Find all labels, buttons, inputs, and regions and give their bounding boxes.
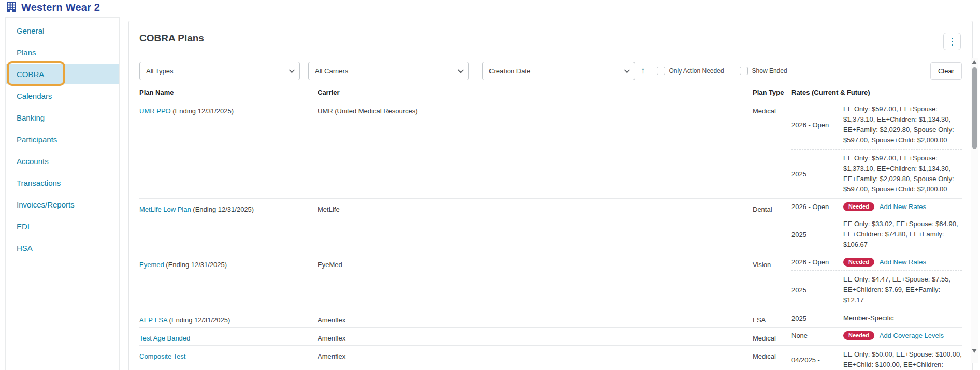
checkbox-icon [657, 67, 665, 75]
sidebar-item-calendars[interactable]: Calendars [6, 85, 119, 107]
plan-ending-note: (Ending 12/31/2025) [167, 316, 230, 324]
carrier-filter-select[interactable]: All Carriers [308, 62, 469, 80]
rate-period: 2025 [791, 231, 843, 239]
rate-action-link[interactable]: Add Coverage Levels [880, 332, 944, 339]
sidebar-item-label: Participants [17, 135, 57, 144]
sort-select-value: Creation Date [489, 67, 530, 75]
plan-name-link[interactable]: MetLife Low Plan [139, 205, 191, 213]
carrier-cell: Ameriflex [318, 328, 753, 345]
table-header-row: Plan Name Carrier Plan Type Rates (Curre… [139, 88, 962, 100]
needed-badge: Needed [843, 202, 874, 211]
checkbox-icon [740, 67, 748, 75]
scrollbar-thumb[interactable] [972, 67, 977, 149]
only-action-needed-label: Only Action Needed [669, 67, 724, 75]
rate-text: EE Only: $597.00, EE+Spouse: $1,373.10, … [843, 104, 962, 145]
sidebar-item-label: COBRA [17, 70, 44, 79]
plan-name-link[interactable]: Test Age Banded [139, 334, 190, 342]
rate-period-row: 04/2025 -EE Only: $50.00, EE+Spouse: $10… [791, 346, 962, 370]
rate-action-link[interactable]: Add New Rates [880, 258, 926, 266]
app-title: Western Wear 2 [21, 2, 100, 13]
col-header-rates: Rates (Current & Future) [791, 88, 962, 96]
only-action-needed-checkbox[interactable]: Only Action Needed [657, 67, 724, 75]
plan-name-link[interactable]: UMR PPO [139, 107, 171, 115]
rate-text: EE Only: $597.00, EE+Spouse: $1,373.10, … [843, 153, 962, 195]
sidebar-item-transactions[interactable]: Transactions [6, 172, 119, 194]
show-ended-label: Show Ended [752, 67, 787, 75]
needed-badge: Needed [843, 331, 874, 340]
sidebar-item-label: HSA [17, 244, 33, 253]
rate-period: None [791, 332, 843, 339]
type-filter-value: All Types [146, 67, 174, 75]
building-icon [6, 2, 17, 13]
rate-period-row: 2025EE Only: $4.47, EE+Spouse: $7.55, EE… [791, 270, 962, 309]
carrier-cell: MetLife [318, 199, 753, 254]
plan-type-cell: Dental [753, 199, 791, 254]
sidebar-item-label: Plans [17, 48, 36, 57]
clear-filters-button[interactable]: Clear [930, 62, 962, 80]
sort-direction-button[interactable]: ↑ [641, 66, 645, 76]
sidebar-item-plans[interactable]: Plans [6, 41, 119, 63]
sidebar-item-hsa[interactable]: HSA [6, 237, 119, 259]
sidebar-item-general[interactable]: General [6, 20, 119, 41]
sidebar-item-accounts[interactable]: Accounts [6, 150, 119, 172]
carrier-filter-value: All Carriers [315, 67, 348, 75]
vertical-scrollbar[interactable] [971, 58, 978, 363]
rate-text: EE Only: $4.47, EE+Spouse: $7.55, EE+Chi… [843, 274, 962, 305]
plan-name-link[interactable]: Eyemed [139, 261, 164, 269]
sidebar-item-banking[interactable]: Banking [6, 107, 119, 128]
sidebar-item-edi[interactable]: EDI [6, 215, 119, 237]
sidebar-item-cobra[interactable]: COBRA [6, 64, 119, 84]
col-header-carrier: Carrier [318, 88, 753, 96]
sidebar-item-invoices-reports[interactable]: Invoices/Reports [6, 194, 119, 215]
sidebar-item-label: Banking [17, 113, 45, 122]
rate-text: EE Only: $33.02, EE+Spouse: $64.90, EE+C… [843, 219, 962, 250]
needed-badge: Needed [843, 258, 874, 267]
scroll-down-icon[interactable] [972, 349, 977, 353]
plan-ending-note: (Ending 12/31/2025) [164, 261, 227, 269]
cobra-plans-card: COBRA Plans All Types All Carriers Creat… [128, 21, 973, 370]
chevron-down-icon [458, 67, 464, 73]
rate-action-link[interactable]: Add New Rates [880, 203, 926, 211]
plan-type-cell: FSA [753, 309, 791, 327]
sidebar-item-label: Invoices/Reports [17, 200, 75, 209]
scroll-up-icon[interactable] [972, 60, 977, 64]
rate-period: 2026 - Open [791, 121, 843, 129]
table-row: Eyemed (Ending 12/31/2025)EyeMedVision20… [139, 254, 962, 309]
table-row: Test Age BandedAmeriflexMedicalNoneNeede… [139, 328, 962, 346]
col-header-plan-type: Plan Type [753, 88, 791, 96]
table-body: UMR PPO (Ending 12/31/2025)UMR (United M… [139, 100, 962, 370]
sidebar-item-label: Accounts [17, 157, 49, 166]
sort-select[interactable]: Creation Date [482, 62, 635, 80]
rates-cell: 2025Member-Specific [791, 309, 962, 327]
table-row: AEP FSA (Ending 12/31/2025)AmeriflexFSA2… [139, 309, 962, 328]
show-ended-checkbox[interactable]: Show Ended [740, 67, 787, 75]
page-title: COBRA Plans [139, 33, 962, 44]
rate-period: 2025 [791, 286, 843, 294]
rate-period-row: 2026 - OpenNeededAdd New Rates [791, 254, 962, 270]
plan-type-cell: Vision [753, 254, 791, 309]
plan-name-link[interactable]: AEP FSA [139, 316, 167, 324]
plan-type-cell: Medical [753, 328, 791, 345]
rate-period-row: 2025Member-Specific [791, 309, 962, 327]
kebab-menu-button[interactable] [943, 33, 961, 50]
table-row: UMR PPO (Ending 12/31/2025)UMR (United M… [139, 100, 962, 199]
sidebar-item-label: General [17, 26, 44, 35]
rate-period: 2025 [791, 170, 843, 178]
rate-text: EE Only: $50.00, EE+Spouse: $100.00, EE+… [843, 349, 962, 370]
kebab-icon [952, 38, 953, 39]
plan-ending-note: (Ending 12/31/2025) [191, 205, 254, 213]
rate-period-row: 2025EE Only: $597.00, EE+Spouse: $1,373.… [791, 149, 962, 198]
plan-name-link[interactable]: Composite Test [139, 352, 185, 360]
rates-cell: 2026 - OpenNeededAdd New Rates2025EE Onl… [791, 254, 962, 309]
app-header: Western Wear 2 [6, 2, 100, 13]
chevron-down-icon [289, 67, 295, 73]
sidebar-item-participants[interactable]: Participants [6, 128, 119, 150]
carrier-cell: Ameriflex [318, 346, 753, 370]
rate-period-row: 2026 - OpenNeededAdd New Rates [791, 199, 962, 215]
sidebar-divider [6, 264, 119, 264]
sidebar-item-label: Transactions [17, 179, 61, 187]
type-filter-select[interactable]: All Types [139, 62, 300, 80]
rates-cell: 04/2025 -EE Only: $50.00, EE+Spouse: $10… [791, 346, 962, 370]
rate-period-row: 2026 - OpenEE Only: $597.00, EE+Spouse: … [791, 100, 962, 149]
plans-table: Plan Name Carrier Plan Type Rates (Curre… [139, 88, 962, 370]
